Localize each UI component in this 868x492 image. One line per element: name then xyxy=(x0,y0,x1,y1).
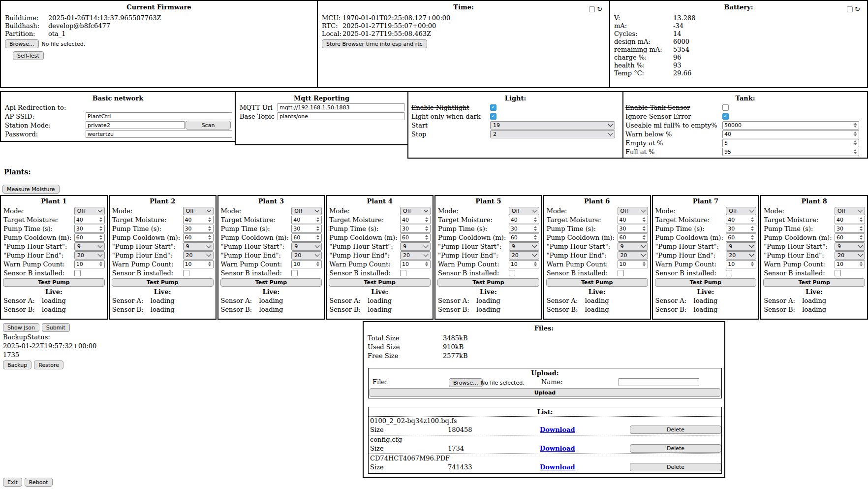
spinner-icon[interactable] xyxy=(97,235,104,240)
ap-ssid-input[interactable] xyxy=(86,112,232,120)
pump-time-input[interactable]: 30 xyxy=(183,225,214,233)
scan-button[interactable]: Scan xyxy=(186,121,231,130)
pump-hour-end-select[interactable]: 20 xyxy=(183,251,214,260)
submit-button[interactable]: Submit xyxy=(42,323,70,332)
pump-time-input[interactable]: 30 xyxy=(726,225,756,233)
target-moisture-input[interactable]: 40 xyxy=(726,216,756,224)
pump-hour-start-select[interactable]: 9 xyxy=(726,242,756,251)
backup-button[interactable]: Backup xyxy=(3,361,31,369)
sensor-b-installed-checkbox[interactable] xyxy=(291,270,298,276)
spinner-icon[interactable] xyxy=(749,262,756,266)
pump-cooldown-input[interactable]: 60 xyxy=(291,233,322,242)
spinner-icon[interactable] xyxy=(532,235,539,240)
upload-browse-button[interactable]: Browse... xyxy=(449,378,483,387)
download-link[interactable]: Download xyxy=(540,463,575,471)
pump-hour-start-select[interactable]: 9 xyxy=(509,242,539,251)
station-mode-input[interactable] xyxy=(86,121,185,129)
pump-hour-end-select[interactable]: 20 xyxy=(835,251,865,260)
pump-hour-start-select[interactable]: 9 xyxy=(618,242,648,251)
spinner-icon[interactable] xyxy=(314,235,321,240)
mode-select[interactable]: Off xyxy=(835,207,865,215)
target-moisture-input[interactable]: 40 xyxy=(291,216,322,224)
spinner-icon[interactable] xyxy=(858,235,865,240)
pump-hour-start-select[interactable]: 9 xyxy=(183,242,214,251)
pump-hour-end-select[interactable]: 20 xyxy=(618,251,648,260)
mode-select[interactable]: Off xyxy=(291,207,322,215)
warn-pump-count-input[interactable]: 10 xyxy=(618,260,648,268)
pump-cooldown-input[interactable]: 60 xyxy=(618,233,648,242)
spinner-icon[interactable] xyxy=(206,235,213,240)
store-browser-time-button[interactable]: Store Browser time into esp and rtc xyxy=(322,39,427,48)
pump-cooldown-input[interactable]: 60 xyxy=(726,233,756,242)
time-auto-refresh-checkbox[interactable] xyxy=(589,6,595,12)
download-link[interactable]: Download xyxy=(540,445,575,452)
pump-hour-end-select[interactable]: 20 xyxy=(400,251,431,260)
spinner-icon[interactable] xyxy=(641,226,648,231)
mode-select[interactable]: Off xyxy=(400,207,431,215)
spinner-icon[interactable] xyxy=(423,235,430,240)
enable-tank-sensor-checkbox[interactable] xyxy=(722,104,729,111)
pump-cooldown-input[interactable]: 60 xyxy=(400,233,431,242)
mode-select[interactable]: Off xyxy=(183,207,214,215)
reboot-button[interactable]: Reboot xyxy=(25,478,53,487)
sensor-b-installed-checkbox[interactable] xyxy=(509,270,515,276)
base-topic-input[interactable] xyxy=(278,112,404,120)
test-pump-button[interactable]: Test Pump xyxy=(112,278,214,287)
target-moisture-input[interactable]: 40 xyxy=(183,216,214,224)
warn-pump-count-input[interactable]: 10 xyxy=(183,260,214,268)
pump-time-input[interactable]: 30 xyxy=(400,225,431,233)
sensor-b-installed-checkbox[interactable] xyxy=(400,270,406,276)
spinner-icon[interactable] xyxy=(206,217,213,222)
test-pump-button[interactable]: Test Pump xyxy=(437,278,539,287)
sensor-b-installed-checkbox[interactable] xyxy=(726,270,732,276)
delete-button[interactable]: Delete xyxy=(630,463,721,471)
mode-select[interactable]: Off xyxy=(618,207,648,215)
spinner-icon[interactable] xyxy=(852,149,859,154)
target-moisture-input[interactable]: 40 xyxy=(400,216,431,224)
sensor-b-installed-checkbox[interactable] xyxy=(74,270,81,276)
delete-button[interactable]: Delete xyxy=(630,426,721,434)
enable-nightlight-checkbox[interactable]: ✓ xyxy=(490,104,496,111)
spinner-icon[interactable] xyxy=(641,262,648,266)
light-start-select[interactable]: 19 xyxy=(490,121,615,130)
pump-cooldown-input[interactable]: 60 xyxy=(509,233,539,242)
sensor-b-installed-checkbox[interactable] xyxy=(183,270,189,276)
spinner-icon[interactable] xyxy=(206,226,213,231)
spinner-icon[interactable] xyxy=(641,235,648,240)
pump-time-input[interactable]: 30 xyxy=(835,225,865,233)
spinner-icon[interactable] xyxy=(532,262,539,266)
show-json-button[interactable]: Show Json xyxy=(3,323,39,332)
light-stop-select[interactable]: 2 xyxy=(490,130,615,138)
restore-button[interactable]: Restore xyxy=(34,361,63,369)
spinner-icon[interactable] xyxy=(314,217,321,222)
useable-ml-input[interactable]: 50000 xyxy=(722,121,859,130)
mode-select[interactable]: Off xyxy=(726,207,756,215)
mode-select[interactable]: Off xyxy=(74,207,105,215)
refresh-icon[interactable]: ↻ xyxy=(855,6,860,12)
spinner-icon[interactable] xyxy=(641,217,648,222)
spinner-icon[interactable] xyxy=(97,226,104,231)
mode-select[interactable]: Off xyxy=(509,207,539,215)
pump-hour-end-select[interactable]: 20 xyxy=(291,251,322,260)
spinner-icon[interactable] xyxy=(852,131,859,136)
battery-auto-refresh-checkbox[interactable] xyxy=(847,6,853,12)
spinner-icon[interactable] xyxy=(858,262,865,266)
pump-cooldown-input[interactable]: 60 xyxy=(183,233,214,242)
pump-time-input[interactable]: 30 xyxy=(291,225,322,233)
warn-pump-count-input[interactable]: 10 xyxy=(509,260,539,268)
light-only-dark-checkbox[interactable]: ✓ xyxy=(490,113,496,120)
test-pump-button[interactable]: Test Pump xyxy=(763,278,865,287)
empty-at-input[interactable]: 5 xyxy=(722,139,859,147)
ignore-sensor-error-checkbox[interactable]: ✓ xyxy=(722,113,729,120)
pump-time-input[interactable]: 30 xyxy=(618,225,648,233)
spinner-icon[interactable] xyxy=(423,262,430,266)
pump-hour-end-select[interactable]: 20 xyxy=(726,251,756,260)
pump-time-input[interactable]: 30 xyxy=(74,225,105,233)
upload-button[interactable]: Upload xyxy=(370,388,720,397)
pump-hour-start-select[interactable]: 9 xyxy=(400,242,431,251)
firmware-browse-button[interactable]: Browse... xyxy=(5,39,39,48)
spinner-icon[interactable] xyxy=(97,262,104,266)
spinner-icon[interactable] xyxy=(749,235,756,240)
test-pump-button[interactable]: Test Pump xyxy=(546,278,648,287)
sensor-b-installed-checkbox[interactable] xyxy=(618,270,624,276)
